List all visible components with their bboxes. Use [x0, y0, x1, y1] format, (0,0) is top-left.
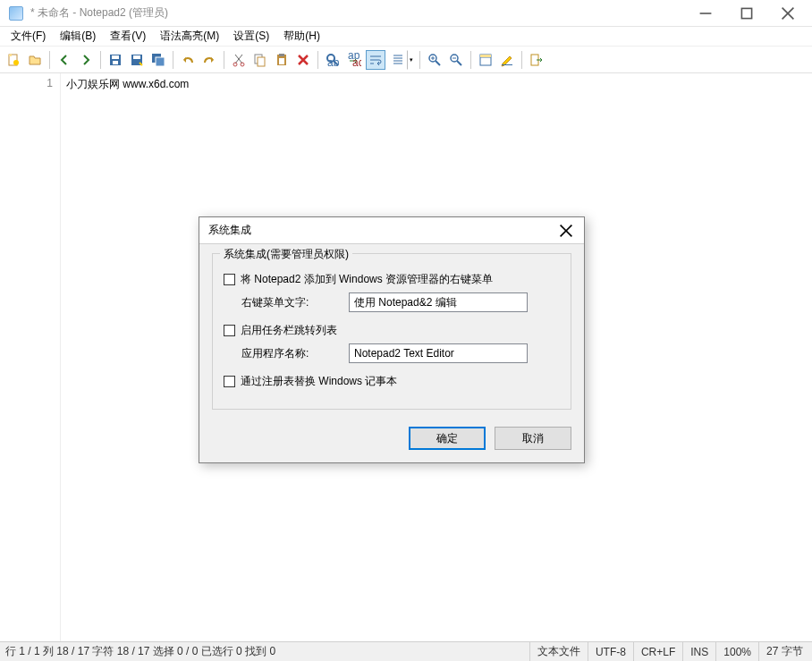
dialog-backdrop: 系统集成 系统集成(需要管理员权限) 将 Notepad2 添加到 Window… [0, 0, 812, 661]
integration-groupbox: 系统集成(需要管理员权限) 将 Notepad2 添加到 Windows 资源管… [212, 253, 571, 410]
app-name-input[interactable] [349, 343, 528, 363]
add-context-checkbox[interactable] [224, 274, 235, 285]
replace-notepad-checkbox[interactable] [224, 376, 235, 387]
add-context-label: 将 Notepad2 添加到 Windows 资源管理器的右键菜单 [241, 272, 493, 287]
app-name-label: 应用程序名称: [241, 346, 349, 361]
jumplist-checkbox[interactable] [224, 325, 235, 336]
context-text-label: 右键菜单文字: [241, 295, 349, 310]
system-integration-dialog: 系统集成 系统集成(需要管理员权限) 将 Notepad2 添加到 Window… [199, 216, 585, 463]
ok-button[interactable]: 确定 [409, 427, 486, 450]
cancel-button[interactable]: 取消 [495, 427, 571, 450]
dialog-title-bar[interactable]: 系统集成 [199, 217, 584, 244]
jumplist-label: 启用任务栏跳转列表 [241, 323, 337, 338]
context-text-input[interactable] [349, 292, 528, 312]
dialog-close-button[interactable] [548, 217, 584, 243]
replace-notepad-label: 通过注册表替换 Windows 记事本 [241, 374, 397, 389]
groupbox-label: 系统集成(需要管理员权限) [220, 247, 352, 262]
dialog-title: 系统集成 [208, 223, 548, 238]
